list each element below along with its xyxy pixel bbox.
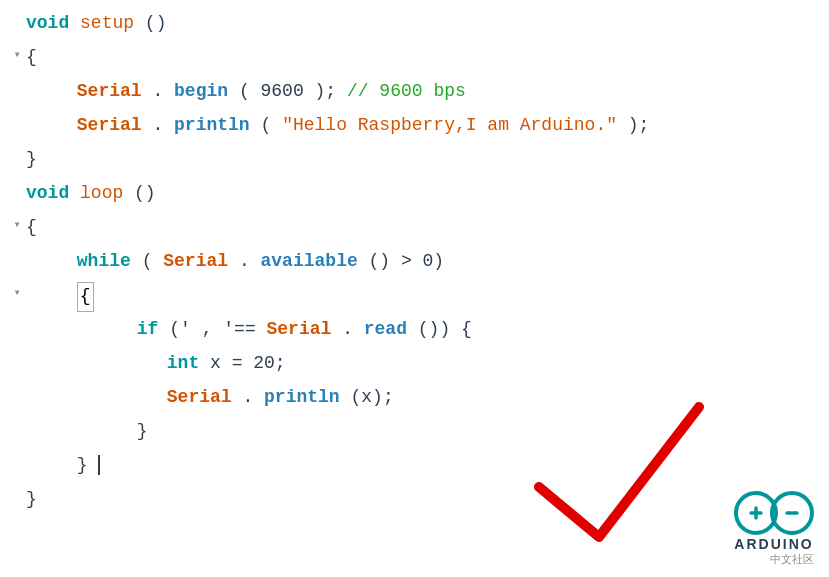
fold-gutter-7: ▾ (10, 214, 24, 235)
code-line-7: { (26, 214, 829, 242)
code-line-1: void setup () (26, 10, 829, 38)
line-2: ▾ { (10, 44, 829, 78)
fn-setup: setup (80, 13, 134, 33)
code-line-4: Serial . println ( "Hello Raspberry,I am… (26, 112, 829, 140)
cursor (98, 455, 100, 475)
fold-gutter-1 (10, 10, 24, 12)
code-line-5: } (26, 146, 829, 174)
method-begin: begin (174, 81, 228, 101)
fold-gutter-3 (10, 78, 24, 80)
keyword-void: void (26, 13, 69, 33)
fold-gutter-12 (10, 384, 24, 386)
fold-gutter-10 (10, 316, 24, 318)
comment-bps: // 9600 bps (347, 81, 466, 101)
checkmark-svg (529, 397, 709, 547)
fold-gutter-2: ▾ (10, 44, 24, 65)
line-1: void setup () (10, 10, 829, 44)
fold-gutter-6 (10, 180, 24, 182)
line-7: ▾ { (10, 214, 829, 248)
line-3: Serial . begin ( 9600 ); // 9600 bps (10, 78, 829, 112)
code-line-11: int x = 20; (26, 350, 829, 378)
line-6: void loop () (10, 180, 829, 214)
brace-box: { (77, 282, 94, 312)
line-9: ▾ { (10, 282, 829, 316)
community-label: 中文社区 (770, 552, 814, 567)
fold-gutter-8 (10, 248, 24, 250)
fold-gutter-4 (10, 112, 24, 114)
code-line-8: while ( Serial . available () > 0) (26, 248, 829, 276)
arduino-label: ARDUINO (734, 536, 813, 552)
code-line-9: { (26, 282, 829, 312)
code-line-2: { (26, 44, 829, 72)
keyword-int: int (167, 353, 199, 373)
arduino-logo-icon (729, 486, 819, 541)
fold-gutter-5 (10, 146, 24, 148)
code-line-10: if (' , '== Serial . read ()) { (26, 316, 829, 344)
fold-gutter-14 (10, 452, 24, 454)
arduino-logo-area: ARDUINO 中文社区 (729, 486, 819, 567)
line-4: Serial . println ( "Hello Raspberry,I am… (10, 112, 829, 146)
code-line-3: Serial . begin ( 9600 ); // 9600 bps (26, 78, 829, 106)
fold-gutter-11 (10, 350, 24, 352)
keyword-while: while (77, 251, 131, 271)
code-line-6: void loop () (26, 180, 829, 208)
fold-gutter-9: ▾ (10, 282, 24, 303)
line-10: if (' , '== Serial . read ()) { (10, 316, 829, 350)
string-hello: "Hello Raspberry,I am Arduino." (282, 115, 617, 135)
serial-obj: Serial (77, 81, 142, 101)
line-11: int x = 20; (10, 350, 829, 384)
fold-gutter-15 (10, 486, 24, 488)
line-8: while ( Serial . available () > 0) (10, 248, 829, 282)
line-5: } (10, 146, 829, 180)
fold-gutter-13 (10, 418, 24, 420)
